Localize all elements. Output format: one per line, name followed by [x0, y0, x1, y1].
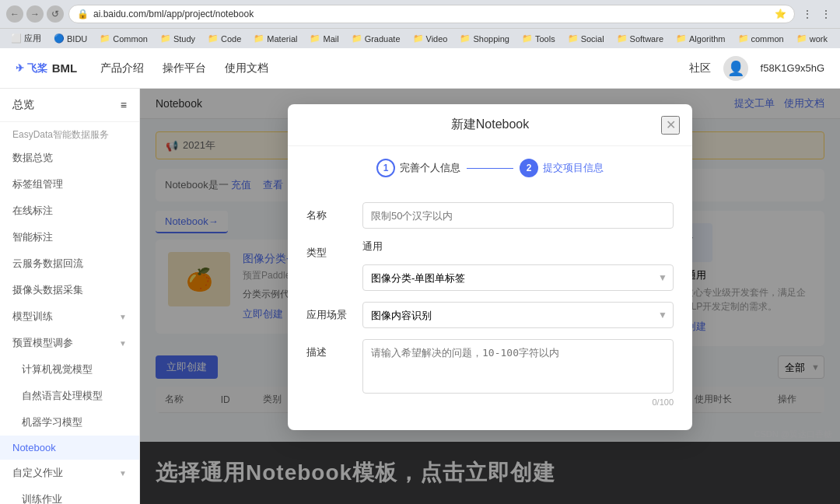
form-category-wrap: 图像分类-单图单标签 图像分类-多图多标签 目标检测 ▼	[362, 264, 674, 291]
sidebar-item-ml-model[interactable]: 机器学习模型	[0, 409, 139, 436]
browser-bar: ← → ↺ 🔒 ai.baidu.com/bml/app/project/not…	[0, 0, 840, 28]
form-label-desc: 描述	[306, 339, 353, 359]
sidebar-item-tag-group[interactable]: 标签组管理	[0, 171, 139, 198]
bookmark-material[interactable]: 📁 Material	[249, 32, 302, 45]
modal-form-body: 名称 类型 通用	[288, 190, 692, 430]
url-text: ai.baidu.com/bml/app/project/notebook	[93, 9, 770, 19]
bookmark-tools[interactable]: 📁 Tools	[517, 32, 560, 45]
form-row-name: 名称	[306, 202, 674, 229]
user-avatar: 👤	[723, 56, 748, 81]
sidebar-collapse-icon[interactable]: ≡	[121, 99, 127, 111]
bookmark-bidu[interactable]: 🔵 BIDU	[49, 32, 92, 45]
address-bar[interactable]: 🔒 ai.baidu.com/bml/app/project/notebook …	[68, 5, 795, 23]
step-2: 2 提交项目信息	[520, 159, 604, 177]
modal-title: 新建Notebook	[451, 117, 530, 133]
bookmark-apps-label: 应用	[24, 33, 41, 44]
browser-icons: ⋮ ⋮	[800, 6, 834, 22]
logo-icon: ✈ 飞桨	[16, 61, 47, 75]
steps-indicator: 1 完善个人信息 2 提交项目信息	[288, 146, 692, 190]
main-nav: 产品介绍 操作平台 使用文档	[100, 57, 268, 80]
form-row-scene: 应用场景 图像内容识别 文字识别 人脸识别 ▼	[306, 302, 674, 328]
sidebar-item-preset-model[interactable]: 预置模型调参 ▼	[0, 330, 139, 356]
browser-controls: ← → ↺	[6, 5, 64, 23]
nav-platform[interactable]: 操作平台	[163, 57, 206, 80]
bookmark-algorithm[interactable]: 📁 Algorithm	[671, 32, 730, 45]
bookmark-software[interactable]: 📁 Software	[612, 32, 668, 45]
community-button[interactable]: 社区	[689, 61, 711, 75]
bookmark-common2[interactable]: 📁 common	[733, 32, 789, 45]
sidebar-item-cloud-data[interactable]: 云服务数据回流	[0, 250, 139, 277]
step-1-circle: 1	[376, 159, 395, 177]
forward-button[interactable]: →	[26, 5, 44, 23]
bookmark-readlist[interactable]: 阅读清单	[835, 31, 840, 46]
expand-icon-2: ▼	[119, 339, 127, 348]
form-name-wrap	[362, 202, 674, 229]
step-2-label: 提交项目信息	[543, 161, 604, 175]
sidebar-item-train-job[interactable]: 训练作业	[0, 486, 139, 504]
sidebar-item-notebook[interactable]: Notebook	[0, 436, 139, 460]
step-connector	[467, 168, 513, 169]
sidebar-item-smart-label[interactable]: 智能标注	[0, 224, 139, 250]
scene-select[interactable]: 图像内容识别 文字识别 人脸识别	[362, 302, 674, 328]
form-label-name: 名称	[306, 202, 353, 222]
bookmark-social[interactable]: 📁 Social	[563, 32, 609, 45]
form-row-desc: 描述 0/100	[306, 339, 674, 407]
expand-icon: ▼	[119, 313, 127, 321]
modal-overlay[interactable]: 新建Notebook ✕ 1 完善个人信息 2	[140, 89, 840, 504]
type-value: 通用	[362, 234, 383, 252]
logo-area: ✈ 飞桨 BML	[16, 61, 77, 75]
category-select[interactable]: 图像分类-单图单标签 图像分类-多图多标签 目标检测	[362, 264, 674, 291]
scene-select-wrap: 图像内容识别 文字识别 人脸识别 ▼	[362, 302, 674, 328]
step-1-label: 完善个人信息	[400, 161, 460, 175]
expand-icon-3: ▼	[119, 469, 127, 478]
category-select-wrap: 图像分类-单图单标签 图像分类-多图多标签 目标检测 ▼	[362, 264, 674, 291]
bookmark-code[interactable]: 📁 Code	[203, 32, 246, 45]
main-container: 总览 ≡ EasyData智能数据服务 数据总览 标签组管理 在线标注 智能标注…	[0, 89, 840, 504]
sidebar-item-model-train[interactable]: 模型训练 ▼	[0, 303, 139, 330]
desc-textarea[interactable]	[362, 339, 674, 394]
bookmark-common[interactable]: 📁 Common	[95, 32, 152, 45]
content-area: Notebook 提交工单 使用文档 📢 2021年 Notebook是一 充值…	[140, 89, 840, 504]
form-scene-wrap: 图像内容识别 文字识别 人脸识别 ▼	[362, 302, 674, 328]
bookmark-apps[interactable]: ⬜ 应用	[6, 31, 46, 46]
menu-icon[interactable]: ⋮	[818, 6, 834, 22]
modal-header: 新建Notebook ✕	[288, 104, 692, 146]
app-header: ✈ 飞桨 BML 产品介绍 操作平台 使用文档 社区 👤 f58K1G9x5hG	[0, 48, 840, 89]
logo-text: BML	[52, 61, 78, 75]
bookmark-work[interactable]: 📁 work	[792, 32, 832, 45]
modal-dialog: 新建Notebook ✕ 1 完善个人信息 2	[288, 104, 692, 430]
extensions-icon[interactable]: ⋮	[800, 6, 815, 22]
bookmark-study[interactable]: 📁 Study	[156, 32, 200, 45]
sidebar-title: 总览	[12, 98, 34, 112]
form-type-wrap: 通用	[362, 240, 674, 254]
header-right: 社区 👤 f58K1G9x5hG	[689, 56, 824, 81]
sidebar-item-data-overview[interactable]: 数据总览	[0, 145, 139, 171]
sidebar-item-custom-job[interactable]: 自定义作业 ▼	[0, 460, 139, 486]
bookmark-mail[interactable]: 📁 Mail	[305, 32, 343, 45]
apps-icon: ⬜	[11, 33, 22, 44]
char-count: 0/100	[362, 397, 674, 407]
back-button[interactable]: ←	[6, 5, 23, 23]
bookmark-video[interactable]: 📁 Video	[408, 32, 453, 45]
sidebar-header: 总览 ≡	[0, 89, 139, 122]
bookmarks-bar: ⬜ 应用 🔵 BIDU 📁 Common 📁 Study 📁 Code 📁 Ma…	[0, 28, 840, 48]
sidebar-item-camera[interactable]: 摄像头数据采集	[0, 277, 139, 303]
nav-docs[interactable]: 使用文档	[225, 57, 268, 80]
user-name[interactable]: f58K1G9x5hG	[761, 62, 824, 74]
bookmark-graduate[interactable]: 📁 Graduate	[347, 32, 405, 45]
sidebar: 总览 ≡ EasyData智能数据服务 数据总览 标签组管理 在线标注 智能标注…	[0, 89, 140, 504]
sidebar-item-nlp-model[interactable]: 自然语言处理模型	[0, 383, 139, 409]
reload-button[interactable]: ↺	[47, 5, 64, 23]
sidebar-item-cv-model[interactable]: 计算机视觉模型	[0, 356, 139, 383]
nav-product[interactable]: 产品介绍	[100, 57, 144, 80]
bookmark-shopping[interactable]: 📁 Shopping	[455, 32, 514, 45]
form-desc-wrap: 0/100	[362, 339, 674, 407]
name-input[interactable]	[362, 202, 674, 229]
step-1: 1 完善个人信息	[376, 159, 460, 177]
form-row-type: 类型 通用	[306, 240, 674, 260]
form-label-type: 类型	[306, 240, 353, 260]
modal-close-button[interactable]: ✕	[661, 116, 680, 135]
sidebar-item-online-label[interactable]: 在线标注	[0, 198, 139, 224]
step-2-circle: 2	[520, 159, 538, 177]
form-row-category: 图像分类-单图单标签 图像分类-多图多标签 目标检测 ▼	[362, 264, 674, 291]
